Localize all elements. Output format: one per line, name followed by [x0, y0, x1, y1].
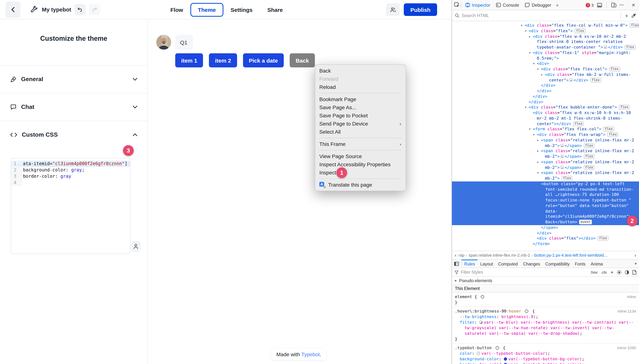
- devtools-tab-inspector[interactable]: Inspector: [462, 0, 493, 10]
- menu-item-this-frame[interactable]: This Frame›: [315, 140, 406, 148]
- tab-flow[interactable]: Flow: [163, 3, 190, 16]
- caret-down-icon[interactable]: ▼: [529, 127, 533, 132]
- tree-line[interactable]: ▶<span class="relative inline-flex mr-2: [452, 160, 639, 165]
- caret-right-icon[interactable]: ▶: [537, 160, 541, 165]
- tree-line[interactable]: ▶<span class="relative inline-flex mr-2: [452, 138, 639, 143]
- pseudo-class-toggle[interactable]: :hov: [590, 270, 597, 274]
- caret-down-icon[interactable]: ▼: [537, 67, 541, 72]
- tree-line[interactable]: </form>: [452, 242, 639, 247]
- menu-item-reload[interactable]: Reload: [315, 83, 406, 91]
- publish-button[interactable]: Publish: [404, 3, 437, 16]
- menu-item-select-all[interactable]: Select All: [315, 128, 406, 136]
- rule-source-link[interactable]: inline: [627, 294, 636, 300]
- tree-line[interactable]: center"></div>flex: [452, 121, 639, 127]
- panel-tab-layout[interactable]: Layout: [478, 260, 496, 268]
- more-tabs-icon[interactable]: »: [554, 3, 560, 7]
- chat-button-back[interactable]: Back: [290, 53, 315, 68]
- rule-source-link[interactable]: inline:1090: [617, 345, 636, 351]
- chevron-down-icon[interactable]: ▼: [632, 260, 639, 268]
- color-swatch[interactable]: [479, 321, 483, 324]
- typebot-link[interactable]: Typebot: [301, 352, 320, 357]
- undo-button[interactable]: [75, 4, 86, 15]
- editor-line[interactable]: 1 ⌄ata-itemid="cl3iunm4p000f2e6gfr8cznnn…: [11, 161, 130, 167]
- tab-settings[interactable]: Settings: [223, 3, 260, 16]
- chat-button-item-2[interactable]: item 2: [209, 53, 237, 68]
- tree-line[interactable]: </span>: [452, 225, 639, 231]
- breadcrumb-right-icon[interactable]: ›: [632, 252, 638, 258]
- eyedropper-icon[interactable]: [631, 13, 636, 18]
- tree-line[interactable]: flex-shrink-0 items-center relative: [452, 40, 639, 45]
- tree-line[interactable]: ▶<div class="flex mb-2 w-full items-: [452, 72, 639, 78]
- tree-line-selected[interactable]: <button class="py-2 px-4 text-left: [452, 182, 639, 187]
- pick-element-icon[interactable]: [454, 2, 460, 8]
- tree-line[interactable]: ▼<div class="flex flex-col w-full min-w-…: [452, 23, 639, 28]
- css-declaration[interactable]: filter: var(--tw-blur) var(--tw-brightne…: [455, 320, 636, 336]
- panel-tab-compatibility[interactable]: Compatibility: [543, 260, 572, 268]
- caret-right-icon[interactable]: ▶: [537, 149, 541, 154]
- tree-line-selected[interactable]: role="button" data-testid="button": [452, 203, 639, 209]
- pseudo-elements-row[interactable]: ▶ Pseudo-elements: [452, 276, 639, 285]
- tree-line[interactable]: ▶<span class="relative inline-flex mr-2: [452, 149, 639, 154]
- tree-line[interactable]: ▼<form class="flex flex-col">flex: [452, 127, 639, 132]
- tree-line-selected[interactable]: itemid="cl3iunm4p000f2e6gfr8cznnn">: [452, 214, 639, 220]
- caret-down-icon[interactable]: ▼: [533, 132, 537, 138]
- redo-button[interactable]: [89, 4, 100, 15]
- responsive-mode-icon[interactable]: [611, 2, 616, 8]
- tree-line[interactable]: ▼<div>: [452, 61, 639, 67]
- menu-item-inspect-accessibility-properties[interactable]: Inspect Accessibility Properties: [315, 160, 406, 168]
- rule-source-link[interactable]: inline:1134: [617, 308, 636, 314]
- tree-line[interactable]: ▼<div class="flex bubble-enter-done">fle…: [452, 105, 639, 110]
- tree-line[interactable]: </div>: [452, 100, 639, 105]
- caret-down-icon[interactable]: ▼: [521, 23, 524, 28]
- class-toggle[interactable]: .cls: [601, 270, 607, 274]
- target-icon[interactable]: [525, 309, 529, 313]
- light-mode-icon[interactable]: [617, 270, 621, 274]
- tree-line[interactable]: ▼<span class="relative inline-flex mr-2: [452, 170, 639, 176]
- error-count-badge[interactable]: !3: [586, 3, 594, 7]
- caret-right-icon[interactable]: ▶: [541, 72, 545, 78]
- editor-line[interactable]: 4: [11, 180, 130, 186]
- css-rule[interactable]: element { inline}: [452, 292, 639, 307]
- css-declaration[interactable]: background-color: var(--typebot-button-b…: [455, 356, 636, 362]
- tree-line[interactable]: </div>: [452, 94, 639, 100]
- tree-line[interactable]: center">…</div>flex: [452, 78, 639, 83]
- add-node-icon[interactable]: +: [625, 12, 628, 19]
- tree-line[interactable]: mb-2">…</span>flex: [452, 154, 639, 160]
- tab-share[interactable]: Share: [260, 3, 290, 16]
- sidebar-section-general[interactable]: General: [0, 65, 148, 93]
- tree-line[interactable]: </div>: [452, 83, 639, 89]
- css-rule[interactable]: .hover\:brightness-90:hover {inline:1134…: [452, 307, 639, 344]
- collaborators-button[interactable]: [386, 3, 400, 16]
- breadcrumb-left-icon[interactable]: ‹: [453, 252, 459, 258]
- tree-line-selected[interactable]: data-: [452, 209, 639, 214]
- tree-line[interactable]: </div>: [452, 230, 639, 236]
- color-swatch[interactable]: [477, 352, 480, 355]
- menu-item-save-page-to-pocket[interactable]: Save Page to Pocket: [315, 112, 406, 120]
- tree-line[interactable]: mb-2">…</span>flex: [452, 165, 639, 170]
- editor-line[interactable]: 2background-color: gray;: [11, 167, 130, 173]
- css-declaration[interactable]: border: 1px solid var(--typebot-button-b…: [455, 362, 636, 364]
- filter-styles-bar[interactable]: Filter Styles :hov .cls +: [452, 268, 639, 276]
- color-swatch[interactable]: [504, 363, 507, 364]
- css-rule[interactable]: .typebot-button {inline:1090color: var(-…: [452, 344, 639, 364]
- back-button[interactable]: [6, 1, 20, 18]
- chat-button-pick-a-date[interactable]: Pick a date: [243, 53, 284, 68]
- caret-down-icon[interactable]: ▼: [525, 28, 529, 34]
- tree-line[interactable]: </div>: [452, 88, 639, 94]
- editor-line[interactable]: 3border-color: gray: [11, 173, 130, 180]
- tree-line[interactable]: <div class="flex"></div>flex: [452, 236, 639, 242]
- meatball-menu-icon[interactable]: •••: [619, 4, 624, 6]
- breadcrumb-item[interactable]: button.py-2.px-4.text-left.font-semibold…: [534, 253, 608, 257]
- dark-mode-icon[interactable]: [625, 270, 629, 274]
- tree-line[interactable]: mb-2">flex: [452, 176, 639, 182]
- search-html-bar[interactable]: Search HTML +: [452, 10, 639, 21]
- menu-item-translate-this-page[interactable]: AあTranslate this page: [315, 181, 406, 189]
- menu-item-inspect[interactable]: Inspect: [315, 168, 406, 177]
- toggle-sidebar-icon[interactable]: [452, 260, 462, 268]
- tree-line[interactable]: 0.5rem;">: [452, 56, 639, 61]
- panel-tab-changes[interactable]: Changes: [520, 260, 543, 268]
- tree-line-selected[interactable]: all …rightness-75 duration-100: [452, 192, 639, 198]
- tree-line[interactable]: ▼<div class="flex flex-wrap">flex: [452, 132, 639, 138]
- breadcrumb-item[interactable]: span.relative.inline-flex.mr-2.mb-2: [469, 253, 530, 257]
- css-declaration[interactable]: --tw-brightness: brightness(.9);: [455, 314, 636, 320]
